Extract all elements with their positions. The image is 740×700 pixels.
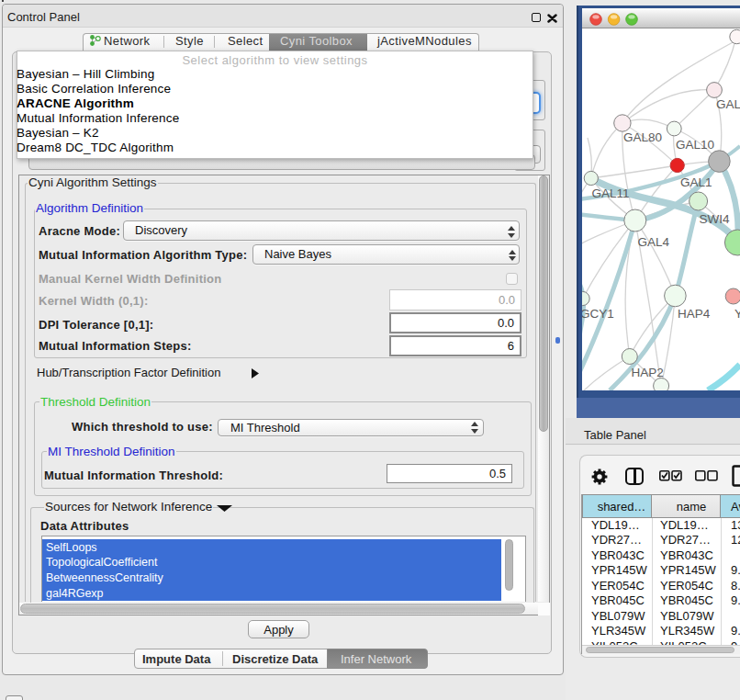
svg-text:HAP4: HAP4	[678, 307, 711, 321]
svg-text:GAL8: GAL8	[716, 97, 740, 111]
svg-text:GAL80: GAL80	[623, 130, 662, 144]
svg-text:SWI4: SWI4	[700, 212, 730, 226]
svg-text:GCY1: GCY1	[582, 307, 614, 321]
svg-text:HAP2: HAP2	[632, 366, 664, 379]
svg-text:GAL4: GAL4	[638, 235, 670, 249]
svg-text:GAL10: GAL10	[676, 138, 714, 152]
svg-text:YD: YD	[734, 307, 740, 321]
svg-text:GAL11: GAL11	[592, 186, 630, 200]
svg-text:GAL1: GAL1	[680, 175, 712, 189]
